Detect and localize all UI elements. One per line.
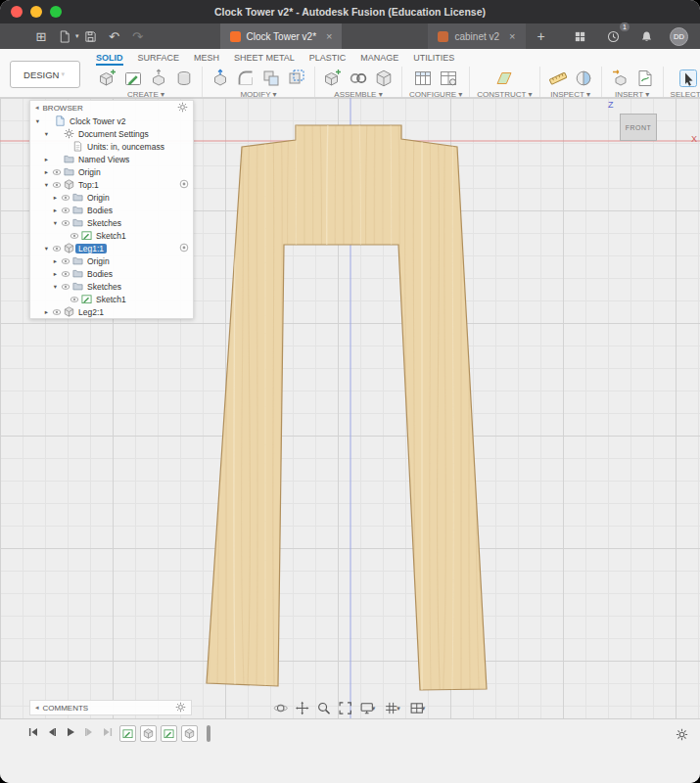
configuration-table-icon[interactable]	[412, 68, 434, 89]
expand-toggle-icon[interactable]: ▾	[33, 117, 42, 125]
browser-item-sketch1[interactable]: Sketch1	[30, 229, 193, 242]
user-avatar[interactable]: DD	[670, 27, 688, 46]
orbit-icon[interactable]	[273, 701, 288, 715]
fillet-icon[interactable]	[235, 68, 257, 89]
ribbon-tab-sheet-metal[interactable]: SHEET METAL	[234, 53, 295, 66]
browser-item-bodies[interactable]: ▸Bodies	[30, 267, 193, 280]
browser-item-document-settings[interactable]: ▾Document Settings	[30, 127, 193, 140]
activate-component-radio[interactable]	[179, 243, 189, 254]
section-analysis-icon[interactable]	[573, 68, 594, 89]
viewports-caret-icon[interactable]: ▾	[422, 705, 426, 713]
display-settings-caret-icon[interactable]: ▾	[372, 705, 376, 713]
visibility-eye-icon[interactable]	[69, 295, 80, 304]
browser-item-origin[interactable]: ▸Origin	[30, 191, 193, 204]
comments-bar[interactable]: ◂ COMMENTS	[29, 700, 192, 715]
canvas-viewport[interactable]: Z FRONT X ◂ BROWSER ▾Clock Tower v2▾Docu…	[0, 98, 700, 718]
step-back-button[interactable]	[46, 726, 58, 738]
visibility-eye-icon[interactable]	[60, 256, 71, 266]
visibility-eye-icon[interactable]	[60, 218, 71, 228]
joint-icon[interactable]	[348, 68, 369, 89]
ribbon-tab-manage[interactable]: MANAGE	[360, 53, 398, 66]
ribbon-tab-plastic[interactable]: PLASTIC	[309, 53, 347, 66]
browser-item-bodies[interactable]: ▸Bodies	[30, 204, 193, 216]
new-tab-button[interactable]: +	[537, 28, 545, 44]
revolve-icon[interactable]	[173, 68, 195, 89]
expand-toggle-icon[interactable]: ▾	[51, 283, 60, 291]
new-component-icon[interactable]	[97, 68, 118, 89]
skip-end-button[interactable]	[102, 726, 114, 738]
visibility-eye-icon[interactable]	[51, 244, 63, 253]
skip-start-button[interactable]	[27, 726, 39, 738]
visibility-eye-icon[interactable]	[51, 307, 63, 317]
expand-toggle-icon[interactable]: ▸	[42, 308, 51, 316]
timeline-settings-gear-icon[interactable]	[676, 727, 688, 745]
browser-item-units-in-ouncemass[interactable]: Units: in, ouncemass	[30, 140, 193, 153]
expand-toggle-icon[interactable]: ▸	[42, 156, 51, 163]
notifications-bell-icon[interactable]	[636, 26, 656, 46]
file-menu-caret-icon[interactable]: ▾	[75, 32, 79, 40]
timeline-feature-extrude-icon[interactable]	[181, 725, 198, 742]
play-button[interactable]	[65, 726, 76, 738]
browser-item-leg2-1[interactable]: ▸Leg2:1	[30, 305, 193, 318]
workspace-selector[interactable]: DESIGN ▾	[10, 61, 80, 88]
step-forward-button[interactable]	[83, 726, 95, 738]
viewports-icon[interactable]: ▾	[409, 701, 428, 715]
traffic-zoom[interactable]	[50, 6, 62, 18]
visibility-eye-icon[interactable]	[60, 206, 71, 215]
browser-item-sketch1[interactable]: Sketch1	[30, 293, 193, 305]
save-icon[interactable]	[81, 26, 101, 46]
timeline-feature-sketch-icon[interactable]	[161, 725, 177, 742]
visibility-eye-icon[interactable]	[69, 231, 80, 241]
visibility-eye-icon[interactable]	[60, 269, 71, 279]
pan-icon[interactable]	[295, 701, 309, 715]
undo-icon[interactable]: ↶	[105, 26, 124, 46]
timeline-feature-sketch-icon[interactable]	[119, 725, 136, 742]
comments-collapse-icon[interactable]: ◂	[35, 704, 39, 712]
expand-toggle-icon[interactable]: ▸	[51, 207, 60, 214]
zoom-icon[interactable]	[316, 701, 331, 715]
select-cursor-icon[interactable]	[677, 68, 699, 89]
grid-and-snaps-caret-icon[interactable]: ▾	[397, 705, 400, 713]
ribbon-tab-surface[interactable]: SURFACE	[138, 53, 180, 66]
construction-plane-icon[interactable]	[493, 68, 515, 89]
combine-icon[interactable]	[260, 68, 282, 89]
measure-icon[interactable]	[547, 68, 569, 89]
expand-toggle-icon[interactable]: ▸	[51, 270, 60, 278]
display-settings-icon[interactable]: ▾	[359, 701, 378, 715]
expand-toggle-icon[interactable]: ▸	[42, 168, 51, 176]
traffic-minimize[interactable]	[30, 6, 42, 18]
expand-toggle-icon[interactable]: ▾	[42, 245, 51, 253]
visibility-eye-icon[interactable]	[60, 282, 71, 292]
browser-collapse-icon[interactable]: ◂	[35, 104, 39, 112]
visibility-eye-icon[interactable]	[51, 167, 63, 177]
ribbon-tab-solid[interactable]: SOLID	[96, 53, 123, 66]
browser-item-sketches[interactable]: ▾Sketches	[30, 280, 193, 293]
configure-features-icon[interactable]	[438, 68, 459, 89]
file-menu-icon[interactable]	[55, 26, 74, 46]
app-grid-menu-icon[interactable]: ⊞	[31, 26, 51, 46]
offset-face-icon[interactable]	[286, 68, 307, 89]
browser-item-origin[interactable]: ▸Origin	[30, 165, 193, 178]
close-tab-icon[interactable]: ×	[326, 30, 332, 42]
visibility-eye-icon[interactable]	[60, 193, 71, 203]
insert-derive-icon[interactable]	[609, 68, 630, 89]
extensions-icon[interactable]	[570, 26, 589, 46]
press-pull-icon[interactable]	[210, 68, 231, 89]
extrude-icon[interactable]	[148, 68, 169, 89]
create-sketch-icon[interactable]	[122, 68, 144, 89]
browser-item-named-views[interactable]: ▸Named Views	[30, 153, 193, 165]
ribbon-tab-utilities[interactable]: UTILITIES	[413, 53, 454, 66]
ribbon-tab-mesh[interactable]: MESH	[194, 53, 219, 66]
close-tab-icon[interactable]: ×	[509, 30, 515, 42]
expand-toggle-icon[interactable]: ▸	[51, 194, 60, 202]
expand-toggle-icon[interactable]: ▾	[51, 219, 60, 227]
traffic-close[interactable]	[11, 6, 23, 18]
browser-item-origin[interactable]: ▸Origin	[30, 254, 193, 267]
redo-icon[interactable]: ↷	[128, 26, 148, 46]
comments-settings-gear-icon[interactable]	[175, 702, 186, 714]
visibility-eye-icon[interactable]	[51, 180, 63, 190]
insert-svg-icon[interactable]	[634, 68, 656, 89]
viewcube-front-face[interactable]: FRONT	[620, 114, 657, 141]
timeline-feature-extrude-icon[interactable]	[140, 725, 157, 742]
expand-toggle-icon[interactable]: ▾	[42, 130, 51, 138]
